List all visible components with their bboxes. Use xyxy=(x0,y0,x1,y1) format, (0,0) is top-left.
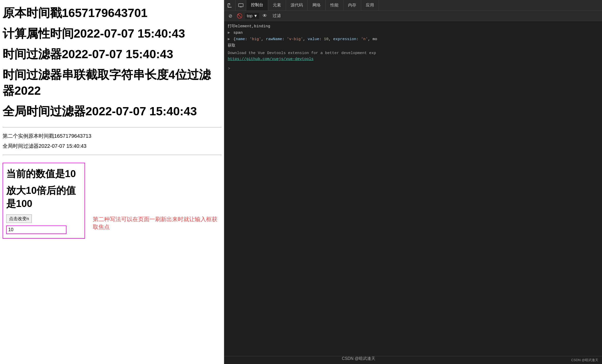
n-input[interactable] xyxy=(7,226,66,233)
expand-arrow-object[interactable]: ▶ xyxy=(228,37,230,41)
console-line-6[interactable]: https://github.com/vuejs/vue-devtools xyxy=(228,57,598,61)
chained-filter-line: 时间过滤器串联截取字符串长度4位过滤器2022 xyxy=(3,67,221,99)
console-line-5: Download the Vue Devtools extension for … xyxy=(228,51,598,55)
tab-memory[interactable]: 内存 xyxy=(343,0,361,11)
tab-network[interactable]: 网络 xyxy=(308,0,326,11)
console-span-label: span xyxy=(233,31,243,35)
computed-time-line: 计算属性时间2022-07-07 15:40:43 xyxy=(3,26,221,42)
devtools-console-content: 打印element,binding ▶ span ▶ {name: 'big',… xyxy=(224,21,602,356)
tab-elements[interactable]: 元素 xyxy=(268,0,286,11)
console-prompt-symbol[interactable]: > xyxy=(228,66,230,71)
tab-responsive-icon[interactable] xyxy=(236,0,246,11)
focus-note: 第二种写法可以在页面一刷新出来时就让输入框获取焦点 xyxy=(93,215,219,231)
current-value-label: 当前的数值是10 xyxy=(6,167,81,180)
console-object-content: {name: 'big', rawName: 'v-big', value: 1… xyxy=(233,37,377,41)
section-divider-1 xyxy=(3,127,222,127)
main-content-panel: 原本时间戳1657179643701 计算属性时间2022-07-07 15:4… xyxy=(0,0,224,364)
console-get-label: 获取 xyxy=(228,44,235,48)
filter-time-line: 时间过滤器2022-07-07 15:40:43 xyxy=(3,46,221,62)
top-context-label: top xyxy=(247,14,252,18)
filter-label: 过滤 xyxy=(273,13,281,19)
console-devtools-info: Download the Vue Devtools extension for … xyxy=(228,51,376,55)
devtools-toolbar: ⊘ 🚫 top ▼ 👁 过滤 xyxy=(224,11,602,21)
input-wrapper xyxy=(6,226,66,234)
console-line-3[interactable]: ▶ {name: 'big', rawName: 'v-big', value:… xyxy=(228,37,598,41)
change-n-button[interactable]: 点击改变n xyxy=(6,214,32,223)
credit-right: CSDN @暗武逢天 xyxy=(571,358,598,362)
console-line-1: 打印element,binding xyxy=(228,24,598,29)
devtools-link[interactable]: https://github.com/vuejs/vue-devtools xyxy=(228,57,313,61)
console-prompt-line[interactable]: > xyxy=(228,66,598,71)
expand-arrow-span[interactable]: ▶ xyxy=(228,31,230,35)
section3-row: 当前的数值是10 放大10倍后的值是100 点击改变n 第二种写法可以在页面一刷… xyxy=(3,160,221,239)
tab-application[interactable]: 应用 xyxy=(361,0,379,11)
devtools-panel: 控制台 元素 源代码 网络 性能 内存 应用 ⊘ 🚫 top ▼ 👁 过滤 打印… xyxy=(224,0,602,364)
console-filter-toggle-icon[interactable]: 🚫 xyxy=(236,12,243,20)
devtools-tabs-bar: 控制台 元素 源代码 网络 性能 内存 应用 xyxy=(224,0,602,11)
top-context-selector[interactable]: top ▼ xyxy=(245,13,259,19)
section3-box: 当前的数值是10 放大10倍后的值是100 点击改变n xyxy=(3,163,85,239)
global-filter-line: 全局时间过滤器2022-07-07 15:40:43 xyxy=(3,103,221,119)
console-clear-icon[interactable]: ⊘ xyxy=(227,12,234,20)
svg-rect-0 xyxy=(239,4,243,7)
top-context-arrow: ▼ xyxy=(253,14,258,18)
section-divider-2 xyxy=(3,155,222,155)
instance2-global-filter: 全局时间过滤器2022-07-07 15:40:43 xyxy=(3,143,221,150)
console-line-2[interactable]: ▶ span xyxy=(228,30,598,35)
magnified-value-label: 放大10倍后的值是100 xyxy=(6,184,81,210)
tab-sources[interactable]: 源代码 xyxy=(286,0,308,11)
console-text-element-binding: 打印element,binding xyxy=(228,24,270,29)
tab-console[interactable]: 控制台 xyxy=(246,0,268,11)
tab-inspect-icon[interactable] xyxy=(224,0,236,11)
tab-performance[interactable]: 性能 xyxy=(326,0,343,11)
timestamp-line: 原本时间戳1657179643701 xyxy=(3,5,221,21)
eye-icon[interactable]: 👁 xyxy=(261,12,268,20)
devtools-bottom-bar: CSDN @暗武逢天 xyxy=(224,356,602,364)
console-line-4: 获取 xyxy=(228,43,598,48)
instance2-timestamp: 第二个实例原本时间戳1657179643713 xyxy=(3,133,221,140)
svg-rect-1 xyxy=(240,7,242,7)
